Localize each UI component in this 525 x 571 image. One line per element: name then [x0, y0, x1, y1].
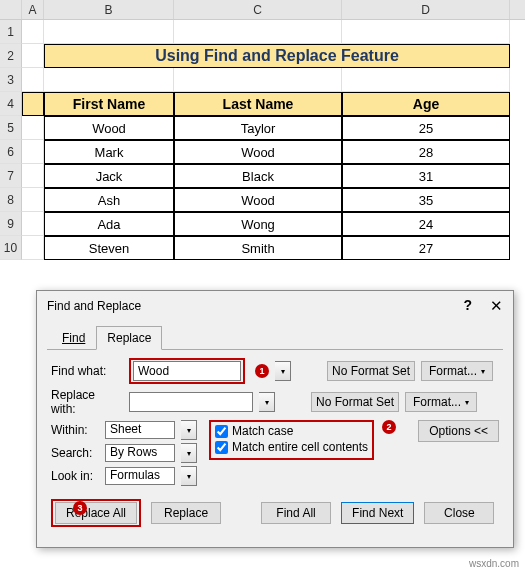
row-header-10[interactable]: 10	[0, 236, 22, 260]
row-header-2[interactable]: 2	[0, 44, 22, 68]
dialog-title: Find and Replace	[47, 299, 141, 313]
row-header-5[interactable]: 5	[0, 116, 22, 140]
match-entire-cell-label: Match entire cell contents	[232, 440, 368, 454]
spreadsheet-grid: A B C D 1 2 3 4 5 6 7 8 9 10 Using Find …	[0, 0, 525, 20]
row-header-6[interactable]: 6	[0, 140, 22, 164]
find-what-dropdown[interactable]: ▾	[275, 361, 291, 381]
col-header-b[interactable]: B	[44, 0, 174, 19]
lookin-label: Look in:	[51, 469, 99, 483]
column-headers: A B C D	[0, 0, 525, 20]
tab-replace[interactable]: Replace	[96, 326, 162, 350]
row-header-3[interactable]: 3	[0, 68, 22, 92]
watermark: wsxdn.com	[469, 558, 519, 569]
table-row: AdaWong24	[22, 212, 510, 236]
search-label: Search:	[51, 446, 99, 460]
row-header-9[interactable]: 9	[0, 212, 22, 236]
match-entire-cell-checkbox[interactable]	[215, 441, 228, 454]
find-all-button[interactable]: Find All	[261, 502, 331, 524]
table-row: JackBlack31	[22, 164, 510, 188]
sheet-cells: Using Find and Replace Feature First Nam…	[22, 20, 510, 260]
match-case-checkbox[interactable]	[215, 425, 228, 438]
row-header-1[interactable]: 1	[0, 20, 22, 44]
lookin-select[interactable]: Formulas	[105, 467, 175, 485]
callout-3: 3	[73, 501, 87, 515]
replace-all-button[interactable]: Replace All	[55, 502, 137, 524]
title-row: Using Find and Replace Feature	[22, 44, 510, 68]
help-button[interactable]: ?	[463, 297, 472, 315]
header-last-name[interactable]: Last Name	[174, 92, 342, 116]
find-no-format: No Format Set	[327, 361, 415, 381]
search-select[interactable]: By Rows	[105, 444, 175, 462]
callout-1: 1	[255, 364, 269, 378]
header-first-name[interactable]: First Name	[44, 92, 174, 116]
row-header-7[interactable]: 7	[0, 164, 22, 188]
table-row: WoodTaylor25	[22, 116, 510, 140]
find-replace-dialog: Find and Replace ? ✕ Find Replace Find w…	[36, 290, 514, 548]
title-cell[interactable]: Using Find and Replace Feature	[44, 44, 510, 68]
close-icon[interactable]: ✕	[490, 297, 503, 315]
replace-no-format: No Format Set	[311, 392, 399, 412]
col-header-a[interactable]: A	[22, 0, 44, 19]
replace-format-button[interactable]: Format...	[405, 392, 477, 412]
col-header-c[interactable]: C	[174, 0, 342, 19]
dialog-tabs: Find Replace	[51, 325, 513, 349]
match-case-label: Match case	[232, 424, 293, 438]
within-select[interactable]: Sheet	[105, 421, 175, 439]
replace-button[interactable]: Replace	[151, 502, 221, 524]
replace-with-input[interactable]	[129, 392, 253, 412]
find-what-input[interactable]	[133, 361, 241, 381]
replace-with-dropdown[interactable]: ▾	[259, 392, 275, 412]
within-dropdown-icon[interactable]: ▾	[181, 420, 197, 440]
replace-with-label: Replace with:	[51, 388, 123, 416]
header-age[interactable]: Age	[342, 92, 510, 116]
row-header-8[interactable]: 8	[0, 188, 22, 212]
table-header-row: First Name Last Name Age	[22, 92, 510, 116]
select-all-corner[interactable]	[0, 0, 22, 19]
table-row: MarkWood28	[22, 140, 510, 164]
search-dropdown-icon[interactable]: ▾	[181, 443, 197, 463]
row-headers: 1 2 3 4 5 6 7 8 9 10	[0, 20, 22, 260]
options-button[interactable]: Options <<	[418, 420, 499, 442]
find-format-button[interactable]: Format...	[421, 361, 493, 381]
find-next-button[interactable]: Find Next	[341, 502, 414, 524]
table-row: StevenSmith27	[22, 236, 510, 260]
dialog-titlebar[interactable]: Find and Replace ? ✕	[37, 291, 513, 321]
find-what-label: Find what:	[51, 364, 123, 378]
tab-find[interactable]: Find	[51, 326, 96, 350]
within-label: Within:	[51, 423, 99, 437]
callout-2: 2	[382, 420, 396, 434]
close-button[interactable]: Close	[424, 502, 494, 524]
col-header-d[interactable]: D	[342, 0, 510, 19]
table-row: AshWood35	[22, 188, 510, 212]
row-header-4[interactable]: 4	[0, 92, 22, 116]
lookin-dropdown-icon[interactable]: ▾	[181, 466, 197, 486]
